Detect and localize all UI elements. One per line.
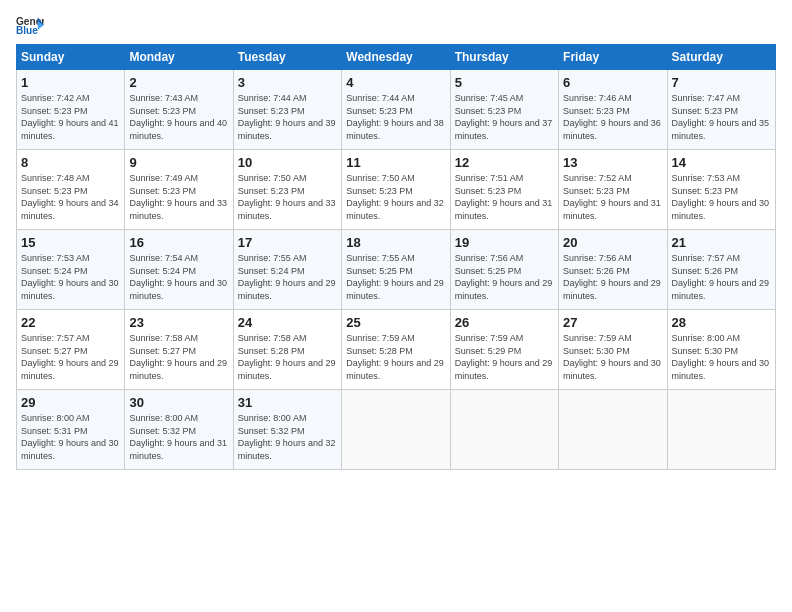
day-header-sunday: Sunday: [17, 45, 125, 70]
table-row: 9Sunrise: 7:49 AMSunset: 5:23 PMDaylight…: [125, 150, 233, 230]
day-header-monday: Monday: [125, 45, 233, 70]
logo-icon: General Blue: [16, 14, 44, 36]
table-row: 21Sunrise: 7:57 AMSunset: 5:26 PMDayligh…: [667, 230, 775, 310]
table-row: 31Sunrise: 8:00 AMSunset: 5:32 PMDayligh…: [233, 390, 341, 470]
week-row-5: 29Sunrise: 8:00 AMSunset: 5:31 PMDayligh…: [17, 390, 776, 470]
table-row: 3Sunrise: 7:44 AMSunset: 5:23 PMDaylight…: [233, 70, 341, 150]
table-row: 16Sunrise: 7:54 AMSunset: 5:24 PMDayligh…: [125, 230, 233, 310]
table-row: 2Sunrise: 7:43 AMSunset: 5:23 PMDaylight…: [125, 70, 233, 150]
table-row: [667, 390, 775, 470]
week-row-2: 8Sunrise: 7:48 AMSunset: 5:23 PMDaylight…: [17, 150, 776, 230]
table-row: 18Sunrise: 7:55 AMSunset: 5:25 PMDayligh…: [342, 230, 450, 310]
table-row: [450, 390, 558, 470]
table-row: [342, 390, 450, 470]
header: General Blue: [16, 14, 776, 36]
table-row: 30Sunrise: 8:00 AMSunset: 5:32 PMDayligh…: [125, 390, 233, 470]
table-row: 15Sunrise: 7:53 AMSunset: 5:24 PMDayligh…: [17, 230, 125, 310]
table-row: 29Sunrise: 8:00 AMSunset: 5:31 PMDayligh…: [17, 390, 125, 470]
week-row-3: 15Sunrise: 7:53 AMSunset: 5:24 PMDayligh…: [17, 230, 776, 310]
table-row: 14Sunrise: 7:53 AMSunset: 5:23 PMDayligh…: [667, 150, 775, 230]
table-row: 17Sunrise: 7:55 AMSunset: 5:24 PMDayligh…: [233, 230, 341, 310]
table-row: [559, 390, 667, 470]
table-row: 25Sunrise: 7:59 AMSunset: 5:28 PMDayligh…: [342, 310, 450, 390]
table-row: 19Sunrise: 7:56 AMSunset: 5:25 PMDayligh…: [450, 230, 558, 310]
days-header-row: SundayMondayTuesdayWednesdayThursdayFrid…: [17, 45, 776, 70]
table-row: 27Sunrise: 7:59 AMSunset: 5:30 PMDayligh…: [559, 310, 667, 390]
table-row: 13Sunrise: 7:52 AMSunset: 5:23 PMDayligh…: [559, 150, 667, 230]
week-row-1: 1Sunrise: 7:42 AMSunset: 5:23 PMDaylight…: [17, 70, 776, 150]
logo: General Blue: [16, 14, 48, 36]
table-row: 12Sunrise: 7:51 AMSunset: 5:23 PMDayligh…: [450, 150, 558, 230]
cell-dec-1: 1Sunrise: 7:42 AMSunset: 5:23 PMDaylight…: [17, 70, 125, 150]
table-row: 8Sunrise: 7:48 AMSunset: 5:23 PMDaylight…: [17, 150, 125, 230]
table-row: 26Sunrise: 7:59 AMSunset: 5:29 PMDayligh…: [450, 310, 558, 390]
calendar-container: General Blue SundayMondayTuesdayWednesda…: [0, 0, 792, 480]
table-row: 24Sunrise: 7:58 AMSunset: 5:28 PMDayligh…: [233, 310, 341, 390]
day-header-thursday: Thursday: [450, 45, 558, 70]
day-header-saturday: Saturday: [667, 45, 775, 70]
table-row: 11Sunrise: 7:50 AMSunset: 5:23 PMDayligh…: [342, 150, 450, 230]
table-row: 23Sunrise: 7:58 AMSunset: 5:27 PMDayligh…: [125, 310, 233, 390]
week-row-4: 22Sunrise: 7:57 AMSunset: 5:27 PMDayligh…: [17, 310, 776, 390]
svg-text:Blue: Blue: [16, 25, 38, 36]
table-row: 7Sunrise: 7:47 AMSunset: 5:23 PMDaylight…: [667, 70, 775, 150]
table-row: 4Sunrise: 7:44 AMSunset: 5:23 PMDaylight…: [342, 70, 450, 150]
table-row: 20Sunrise: 7:56 AMSunset: 5:26 PMDayligh…: [559, 230, 667, 310]
calendar-table: SundayMondayTuesdayWednesdayThursdayFrid…: [16, 44, 776, 470]
day-header-tuesday: Tuesday: [233, 45, 341, 70]
table-row: 28Sunrise: 8:00 AMSunset: 5:30 PMDayligh…: [667, 310, 775, 390]
table-row: 5Sunrise: 7:45 AMSunset: 5:23 PMDaylight…: [450, 70, 558, 150]
table-row: 6Sunrise: 7:46 AMSunset: 5:23 PMDaylight…: [559, 70, 667, 150]
day-header-wednesday: Wednesday: [342, 45, 450, 70]
day-header-friday: Friday: [559, 45, 667, 70]
table-row: 10Sunrise: 7:50 AMSunset: 5:23 PMDayligh…: [233, 150, 341, 230]
table-row: 22Sunrise: 7:57 AMSunset: 5:27 PMDayligh…: [17, 310, 125, 390]
